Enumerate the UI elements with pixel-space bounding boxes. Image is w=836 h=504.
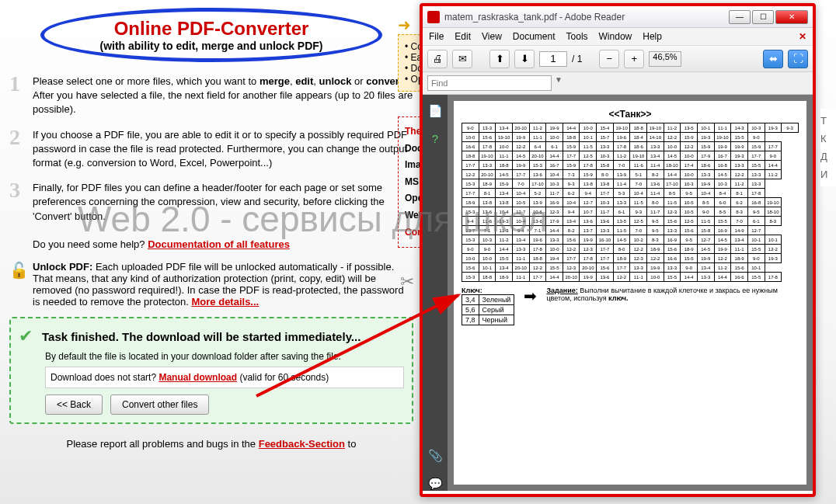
help-icon[interactable]: ?: [432, 132, 438, 145]
step-number: 1: [9, 71, 33, 117]
page-input[interactable]: [539, 51, 567, 67]
manual-download-link[interactable]: Manual download: [158, 372, 237, 383]
more-details-link[interactable]: More details...: [192, 296, 260, 308]
documentation-link[interactable]: Documentation of all features: [148, 238, 290, 250]
task-subtitle: By default the file is located in your d…: [45, 351, 404, 362]
menu-edit[interactable]: Edit: [455, 31, 471, 42]
findbar: ▼: [423, 72, 813, 95]
menu-view[interactable]: View: [482, 31, 502, 42]
step-text: If you choose a PDF file, you are able t…: [33, 125, 413, 171]
titlebar[interactable]: matem_raskraska_tank.pdf - Adobe Reader …: [423, 6, 813, 28]
task-title: Task finished. The download will be star…: [42, 330, 361, 343]
scissors-icon: ✂: [400, 272, 414, 292]
step-text: Finally, for PDF files you can define a …: [33, 178, 413, 252]
key-table: 3,4Зеленый5,6Серый7,8Черный: [462, 294, 514, 325]
check-icon: ✔: [19, 326, 33, 346]
report-line: Please report all problems and bugs in t…: [9, 438, 413, 450]
menu-document[interactable]: Document: [513, 31, 556, 42]
menu-window[interactable]: Window: [599, 31, 632, 42]
math-grid: 9-013-313-420-1011-219-914-410-015-419-1…: [462, 123, 799, 282]
pdf-icon: [427, 11, 440, 23]
arrow-icon: ➡: [524, 287, 537, 325]
print-icon[interactable]: 🖨: [427, 50, 448, 68]
toolbar: 🖨 ✉ ⬆ ⬇ / 1 − + 46,5% ⬌ ⛶: [423, 46, 813, 72]
comment-icon[interactable]: 💬: [428, 477, 443, 491]
minimize-button[interactable]: —: [729, 10, 751, 24]
task-finished-box: ✔ Task finished. The download will be st…: [9, 317, 413, 424]
menu-help[interactable]: Help: [643, 31, 662, 42]
unlock-section: 🔓 Unlock PDF: Each uploaded PDF file wil…: [9, 261, 413, 308]
lock-icon: 🔓: [9, 261, 33, 308]
doc-title: <<Танк>>: [462, 109, 799, 120]
attachment-icon[interactable]: 📎: [428, 449, 443, 463]
unlock-text: Unlock PDF: Each uploaded PDF file will …: [33, 261, 413, 308]
step-3: 3 Finally, for PDF files you can define …: [9, 178, 413, 252]
feedback-link[interactable]: Feedback-Section: [259, 438, 345, 450]
step-number: 3: [9, 178, 33, 252]
pages-icon[interactable]: 📄: [428, 104, 443, 118]
download-box: Download does not start? Manual download…: [45, 367, 404, 388]
back-button[interactable]: << Back: [45, 395, 103, 415]
menubar: File Edit View Document Tools Window Hel…: [423, 28, 813, 46]
fit-page-icon[interactable]: ⛶: [788, 50, 808, 68]
page-subtitle: (with ability to edit, merge and unlock …: [68, 40, 355, 52]
key-label: Ключ:: [462, 287, 482, 294]
page-title: Online PDF-Converter: [68, 18, 355, 40]
step-number: 2: [9, 125, 33, 171]
menu-file[interactable]: File: [429, 31, 444, 42]
side-strip: 📄 ? 📎 💬: [423, 95, 448, 491]
zoom-in-icon[interactable]: +: [624, 50, 644, 68]
find-input[interactable]: [427, 75, 552, 91]
step-1: 1 Please select one or more files, which…: [9, 71, 413, 117]
zoom-select[interactable]: 46,5%: [649, 51, 681, 67]
adobe-reader-window: matem_raskraska_tank.pdf - Adobe Reader …: [420, 3, 816, 497]
right-edge-letters: ТКДИ: [820, 109, 836, 186]
help-icon[interactable]: ✕: [799, 31, 806, 42]
close-button[interactable]: ✕: [775, 10, 808, 24]
email-icon[interactable]: ✉: [452, 50, 472, 68]
prev-page-icon[interactable]: ⬆: [489, 50, 510, 68]
document-area[interactable]: <<Танк>> 9-013-313-420-1011-219-914-410-…: [448, 95, 813, 491]
step-text: Please select one or more files, which y…: [33, 71, 413, 117]
menu-tools[interactable]: Tools: [566, 31, 588, 42]
next-page-icon[interactable]: ⬇: [514, 50, 535, 68]
maximize-button[interactable]: ☐: [752, 10, 774, 24]
convert-other-button[interactable]: Convert other files: [110, 395, 209, 415]
step-2: 2 If you choose a PDF file, you are able…: [9, 125, 413, 171]
window-title: matem_raskraska_tank.pdf - Adobe Reader: [444, 12, 729, 23]
pdf-page: <<Танк>> 9-013-313-420-1011-219-914-410-…: [454, 101, 806, 485]
fit-width-icon[interactable]: ⬌: [763, 50, 783, 68]
task-text: Задание: Выполни вычитание в каждой клет…: [546, 287, 799, 325]
zoom-out-icon[interactable]: −: [599, 50, 619, 68]
page-total: / 1: [572, 54, 582, 64]
header-oval: Online PDF-Converter (with ability to ed…: [40, 8, 382, 62]
